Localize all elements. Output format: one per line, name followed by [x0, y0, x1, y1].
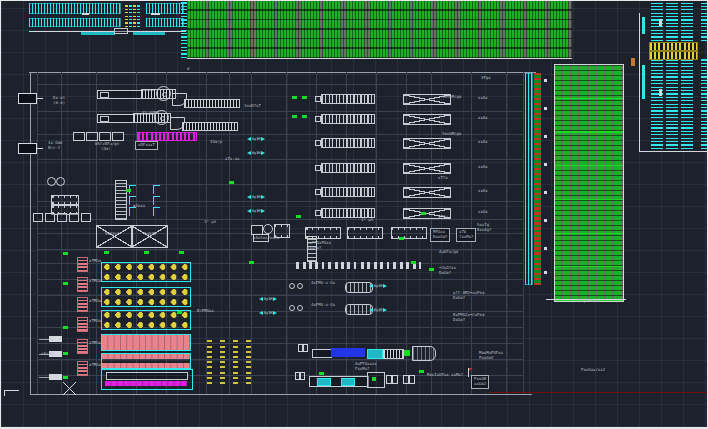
rack-strip	[29, 3, 121, 14]
machine-xbox	[403, 163, 451, 174]
label: B/PMGxx	[197, 309, 214, 314]
label: μft-0M2+xxPea DxGa?	[453, 291, 484, 301]
stand-circle	[297, 305, 303, 311]
rack-mark	[151, 13, 160, 15]
label: x7b fxxMx?	[456, 228, 476, 242]
rack-band	[649, 51, 698, 60]
drawing-canvas[interactable]: xxAxxxAxxxAxxxAxxxAxxxAx6y1M6y1M6y1M6y1M…	[1, 1, 707, 427]
conveyor-box	[100, 92, 109, 98]
bracket-mark	[153, 207, 160, 216]
conveyor-belt	[184, 99, 240, 108]
pink-machine-box	[101, 334, 191, 351]
label: xTMGx	[89, 279, 101, 284]
label: xTMGx	[89, 259, 101, 264]
extruder-segment	[383, 349, 404, 359]
grid-line-h	[37, 84, 523, 85]
green-marker	[429, 268, 434, 271]
dimension-flag: 6y1M	[259, 309, 277, 316]
label: 1ᵐ μλ	[361, 218, 373, 223]
grid-line-h	[37, 184, 523, 185]
label: Nrv-2	[48, 146, 60, 151]
rack-strip	[29, 18, 121, 27]
work-table	[305, 227, 341, 239]
label: BxPMG2x+CxFea DxGa?	[453, 313, 484, 323]
green-marker	[292, 96, 297, 99]
label: +JxOfxx DxGa?	[439, 266, 456, 276]
rack-mark	[82, 13, 89, 15]
green-marker	[229, 181, 234, 184]
cabinet	[45, 213, 55, 222]
equipment-box	[86, 132, 98, 141]
label: AuAFu/ga	[439, 250, 458, 255]
operator-symbol	[303, 344, 308, 352]
dimension-flag: 6y1M	[369, 306, 387, 313]
machine-label: xxAx	[478, 165, 488, 170]
dimension-flag: 6y1M	[247, 149, 265, 156]
strip-dot	[544, 271, 547, 274]
equipment-row	[296, 262, 324, 269]
equipment-row	[328, 262, 356, 269]
pennant-tag	[49, 336, 62, 342]
green-marker	[63, 282, 68, 285]
machine-label: xxAx	[478, 189, 488, 194]
yellow-machine-box	[101, 287, 191, 307]
rack-column	[133, 3, 136, 27]
label: MxxIxOFxx xxMxf	[427, 373, 463, 378]
dimension-flag: 6y1M	[247, 135, 265, 142]
rack-column	[651, 58, 663, 149]
cabinet	[69, 213, 79, 222]
rack-column	[666, 58, 678, 149]
dimension-flag: 6y1M	[247, 207, 265, 214]
rack-column	[701, 3, 707, 41]
dimension-flag: 6y1M	[247, 193, 265, 200]
machine-xbox	[403, 138, 451, 149]
printer-drum	[263, 224, 273, 234]
machine-hatched	[321, 187, 375, 197]
cabinet	[33, 213, 43, 222]
extruder-barrel	[412, 346, 436, 361]
operator-symbol	[300, 372, 305, 380]
equipment-box	[112, 132, 124, 141]
label: xTfu	[438, 176, 448, 181]
green-marker	[144, 251, 149, 254]
machine-hatched	[321, 138, 375, 148]
green-marker	[296, 215, 301, 218]
strip-dot	[544, 163, 547, 166]
green-marker	[421, 212, 426, 215]
rack-strip	[146, 18, 184, 27]
cabinet	[57, 213, 67, 222]
desk	[51, 195, 79, 205]
strip-dot	[544, 135, 547, 138]
rack-column	[642, 65, 645, 99]
conveyor-segment	[133, 32, 165, 35]
machine-hatched	[321, 94, 375, 104]
strip-dot	[544, 107, 547, 110]
rack-column	[125, 3, 128, 27]
machine-hatched	[321, 114, 375, 124]
strip-dot	[544, 191, 547, 194]
green-marker	[249, 261, 254, 264]
label: MFGxx DxxGa?	[430, 228, 450, 242]
dimension-flag: 6y1M	[369, 282, 387, 289]
cad-viewport[interactable]: xxAxxxAxxxAxxxAxxxAxxxAx6y1M6y1M6y1M6y1M…	[0, 0, 708, 429]
conveyor-belt	[182, 122, 238, 131]
pallet-column	[233, 340, 238, 384]
cabinet	[81, 213, 91, 222]
label: 4Fgx	[481, 76, 491, 81]
label: (m-a)	[53, 101, 65, 106]
label: 4xFMG-x-Gx	[311, 281, 335, 286]
wall-line	[29, 72, 536, 73]
wall-line	[30, 72, 31, 394]
label: xDFxxxT	[135, 141, 158, 150]
green-marker	[302, 96, 307, 99]
green-marker	[63, 252, 68, 255]
grid-bubble	[18, 93, 37, 104]
pink-tag	[77, 339, 88, 354]
label: xTMGx	[89, 363, 101, 368]
vertical-rack	[115, 180, 127, 220]
machine-xbox	[403, 187, 451, 198]
label: (Oa)	[101, 147, 111, 152]
selected-entity-highlight[interactable]	[331, 348, 365, 357]
label: xTx-xx	[225, 157, 239, 162]
rack-mark	[659, 19, 662, 26]
